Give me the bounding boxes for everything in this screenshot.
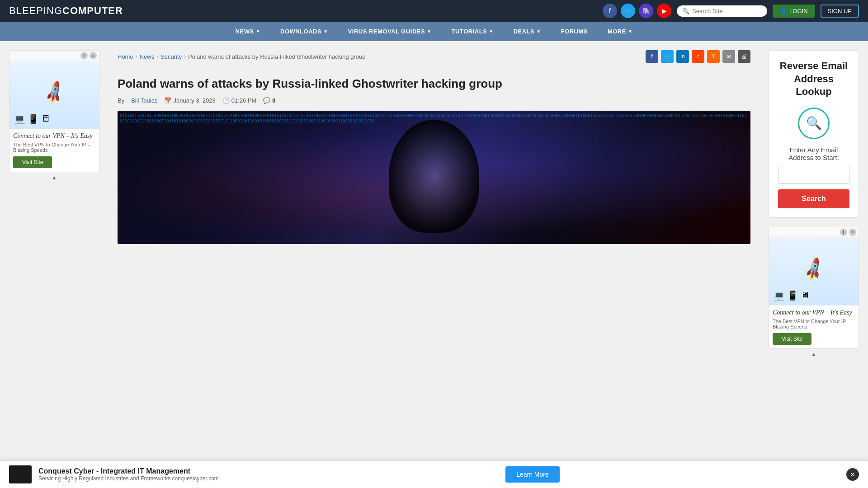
breadcrumb-security[interactable]: Security <box>160 53 182 60</box>
nav-tutorials-label: TUTORIALS <box>452 28 487 35</box>
search-bar[interactable]: 🔍 <box>677 5 767 17</box>
breadcrumb-news[interactable]: News <box>140 53 155 60</box>
widget-search-button[interactable]: Search <box>778 189 849 208</box>
page-wrapper: ℹ ✕ 🚀 💻📱🖥 Connect to our VPN – It's Easy… <box>0 41 868 369</box>
nav-virus-removal[interactable]: VIRUS REMOVAL GUIDES ▼ <box>338 22 442 41</box>
email-lookup-widget: Reverse Email Address Lookup 🔍 Enter Any… <box>769 50 859 218</box>
rocket-icon: 🚀 <box>41 80 68 106</box>
left-ad-scroll-up[interactable]: ▲ <box>9 172 99 183</box>
article-meta: By Bill Toulas 📅 January 3, 2023 🕐 01:26… <box>118 97 750 104</box>
user-icon: 👤 <box>780 8 787 14</box>
breadcrumb: Home › News › Security › Poland warns of… <box>118 53 366 60</box>
nav-virus-arrow: ▼ <box>427 29 431 34</box>
right-ad-tagline: Connect to our VPN – It's Easy <box>773 309 855 316</box>
left-sidebar: ℹ ✕ 🚀 💻📱🖥 Connect to our VPN – It's Easy… <box>0 50 108 360</box>
article-title: Poland warns of attacks by Russia-linked… <box>118 76 750 92</box>
article-author[interactable]: Bill Toulas <box>131 97 157 104</box>
signup-button[interactable]: SIGN UP <box>821 5 859 18</box>
search-input[interactable] <box>692 8 762 14</box>
share-linkedin[interactable]: in <box>676 50 689 63</box>
nav-news-arrow: ▼ <box>256 29 260 34</box>
signup-label: SIGN UP <box>828 8 852 14</box>
right-rocket-icon: 🚀 <box>800 256 827 283</box>
mastodon-icon[interactable]: 🐘 <box>639 4 653 18</box>
nav-downloads-label: DOWNLOADS <box>280 28 321 35</box>
social-icons: f 🐦 🐘 ▶ <box>603 4 671 18</box>
widget-subtitle: Enter Any Email Address to Start: <box>778 146 849 161</box>
article-date: 📅 January 3, 2023 <box>164 97 215 104</box>
widget-email-input[interactable] <box>778 167 849 184</box>
right-ad-visit-btn[interactable]: Visit Site <box>773 333 811 345</box>
site-logo[interactable]: BLEEPINGCOMPUTER <box>9 5 123 17</box>
comment-count: 0 <box>272 97 275 104</box>
main-content: Home › News › Security › Poland warns of… <box>108 50 760 360</box>
nav-forums[interactable]: FORUMS <box>551 22 598 41</box>
youtube-icon[interactable]: ▶ <box>657 4 671 18</box>
right-ad-info-icon[interactable]: ℹ <box>840 229 847 236</box>
nav-news-label: NEWS <box>236 28 254 35</box>
share-email[interactable]: ✉ <box>722 50 735 63</box>
left-ad-visit-btn[interactable]: Visit Site <box>13 156 52 168</box>
article-date-value: January 3, 2023 <box>173 97 215 104</box>
right-ad: ℹ ✕ 🚀 💻📱🖥 Connect to our VPN – It's Easy… <box>769 227 859 349</box>
nav-virus-label: VIRUS REMOVAL GUIDES <box>348 28 425 35</box>
ad-top-bar-right: ℹ ✕ <box>769 227 859 238</box>
clock-icon: 🕐 <box>222 97 230 104</box>
right-device-icons: 💻📱🖥 <box>774 290 810 301</box>
nav-downloads-arrow: ▼ <box>323 29 328 34</box>
right-ad-image: 🚀 💻📱🖥 <box>769 238 859 305</box>
ad-close-icon[interactable]: ✕ <box>90 52 97 59</box>
left-ad-subtext: The Best VPN to Change Your IP – Blazing… <box>13 142 95 153</box>
article-by: By <box>118 97 124 104</box>
hacker-silhouette <box>389 120 479 233</box>
share-print[interactable]: 🖨 <box>738 50 750 63</box>
right-sidebar: Reverse Email Address Lookup 🔍 Enter Any… <box>760 50 868 360</box>
nav-deals-arrow: ▼ <box>536 29 541 34</box>
left-ad: ℹ ✕ 🚀 💻📱🖥 Connect to our VPN – It's Easy… <box>9 50 99 172</box>
share-area: f 🐦 in r Y ✉ 🖨 <box>646 50 750 63</box>
login-label: LOGIN <box>789 8 807 14</box>
right-ad-subtext: The Best VPN to Change Your IP – Blazing… <box>773 319 855 329</box>
widget-search-icon: 🔍 <box>798 108 830 139</box>
nav-tutorials[interactable]: TUTORIALS ▼ <box>442 22 504 41</box>
share-ycombinator[interactable]: Y <box>707 50 720 63</box>
right-ad-close-icon[interactable]: ✕ <box>849 229 856 236</box>
comment-count-area[interactable]: 💬 0 <box>263 97 275 104</box>
nav-news[interactable]: NEWS ▼ <box>226 22 270 41</box>
nav-more[interactable]: MORE ▼ <box>598 22 642 41</box>
share-reddit[interactable]: r <box>692 50 704 63</box>
breadcrumb-home[interactable]: Home <box>118 53 133 60</box>
left-ad-text: Connect to our VPN – It's Easy The Best … <box>9 129 99 172</box>
left-ad-image: 🚀 💻📱🖥 <box>9 61 99 129</box>
article-time: 🕐 01:26 PM <box>222 97 257 104</box>
left-ad-tagline: Connect to our VPN – It's Easy <box>13 132 95 140</box>
breadcrumb-sep-1: › <box>136 53 137 60</box>
widget-title: Reverse Email Address Lookup <box>778 60 849 99</box>
share-facebook[interactable]: f <box>646 50 658 63</box>
search-icon: 🔍 <box>682 8 689 14</box>
nav-downloads[interactable]: DOWNLOADS ▼ <box>270 22 338 41</box>
nav-deals[interactable]: DEALS ▼ <box>504 22 551 41</box>
device-icons: 💻📱🖥 <box>14 113 50 124</box>
ad-info-icon[interactable]: ℹ <box>80 52 88 59</box>
right-ad-text: Connect to our VPN – It's Easy The Best … <box>769 305 859 348</box>
breadcrumb-sep-2: › <box>156 53 158 60</box>
breadcrumb-current: Poland warns of attacks by Russia-linked… <box>188 53 365 60</box>
right-ad-scroll-up[interactable]: ▲ <box>769 349 859 360</box>
nav-tutorials-arrow: ▼ <box>489 29 493 34</box>
breadcrumb-share-row: Home › News › Security › Poland warns of… <box>118 50 750 70</box>
facebook-icon[interactable]: f <box>603 4 617 18</box>
comment-icon: 💬 <box>263 97 270 104</box>
ad-top-bar-left: ℹ ✕ <box>9 51 99 61</box>
article-time-value: 01:26 PM <box>231 97 257 104</box>
nav-forums-label: FORUMS <box>561 28 588 35</box>
nav-more-label: MORE <box>608 28 626 35</box>
twitter-icon[interactable]: 🐦 <box>621 4 635 18</box>
nav-more-arrow: ▼ <box>628 29 632 34</box>
logo-bold: COMPUTER <box>62 5 123 16</box>
logo-text: BLEEPING <box>9 5 62 16</box>
nav-deals-label: DEALS <box>514 28 535 35</box>
share-twitter[interactable]: 🐦 <box>661 50 674 63</box>
calendar-icon: 📅 <box>164 97 171 104</box>
login-button[interactable]: 👤 LOGIN <box>773 5 815 18</box>
